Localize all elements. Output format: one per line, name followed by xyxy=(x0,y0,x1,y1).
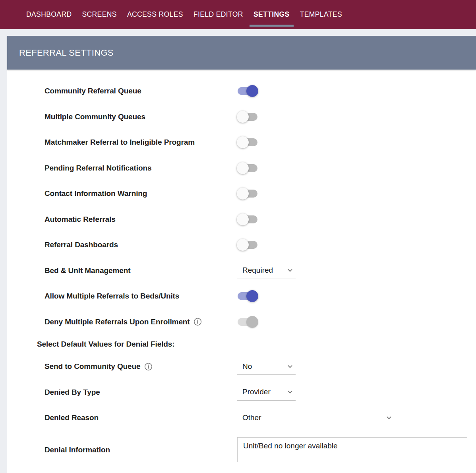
section-title: Select Default Values for Denial Fields: xyxy=(37,340,175,349)
select-value: Other xyxy=(242,413,261,422)
setting-row: Referral Dashboards xyxy=(7,232,476,258)
toggle-automatic-referrals[interactable] xyxy=(237,213,258,225)
setting-label: Deny Multiple Referrals Upon Enrollment xyxy=(45,318,202,326)
setting-row: Matchmaker Referral to Ineligible Progra… xyxy=(7,130,476,155)
toggle-knob xyxy=(237,136,249,148)
setting-row: Community Referral Queue xyxy=(7,78,476,104)
nav-tab-templates[interactable]: TEMPLATES xyxy=(295,10,347,19)
toggle-knob xyxy=(237,111,249,123)
settings-panel: Community Referral Queue Multiple Commun… xyxy=(7,70,476,473)
toggle-knob xyxy=(237,213,249,225)
nav-tab-field-editor[interactable]: FIELD EDITOR xyxy=(188,10,248,19)
toggle-knob xyxy=(237,239,249,251)
info-icon[interactable] xyxy=(144,363,153,371)
toggle-knob xyxy=(237,188,249,200)
page-title: REFERRAL SETTINGS xyxy=(19,48,114,58)
toggle-community-referral-queue[interactable] xyxy=(237,85,258,97)
select-value: Provider xyxy=(242,388,271,396)
select-send-to-community-queue[interactable]: No xyxy=(237,358,296,375)
setting-label: Denial Information xyxy=(45,446,110,454)
setting-row: Bed & Unit Management Required xyxy=(7,258,476,284)
nav-tab-settings[interactable]: SETTINGS xyxy=(248,10,295,19)
setting-row: Denied By Type Provider xyxy=(7,380,476,405)
denial-defaults-section: Select Default Values for Denial Fields: xyxy=(7,335,476,354)
setting-label-text: Deny Multiple Referrals Upon Enrollment xyxy=(45,318,190,326)
setting-row: Deny Multiple Referrals Upon Enrollment xyxy=(7,309,476,335)
setting-label: Pending Referral Notifications xyxy=(45,164,151,173)
setting-row: Contact Information Warning xyxy=(7,181,476,207)
referral-settings-header: REFERRAL SETTINGS xyxy=(7,36,476,70)
setting-label: Contact Information Warning xyxy=(45,189,147,198)
nav-tab-screens[interactable]: SCREENS xyxy=(77,10,122,19)
toggle-multiple-community-queues[interactable] xyxy=(237,111,258,123)
chevron-down-icon xyxy=(286,388,294,396)
top-navbar: DASHBOARD SCREENS ACCESS ROLES FIELD EDI… xyxy=(0,0,476,29)
setting-row: Automatic Referrals xyxy=(7,207,476,233)
setting-label: Denied By Type xyxy=(45,388,100,397)
setting-label: Community Referral Queue xyxy=(45,87,141,95)
select-value: Required xyxy=(242,266,273,275)
nav-tab-dashboard[interactable]: DASHBOARD xyxy=(21,10,77,19)
toggle-referral-dashboards[interactable] xyxy=(237,239,258,251)
setting-row: Allow Multiple Referrals to Beds/Units xyxy=(7,283,476,309)
setting-label: Referral Dashboards xyxy=(45,240,118,249)
select-denied-reason[interactable]: Other xyxy=(237,409,395,426)
toggle-knob xyxy=(237,162,249,174)
setting-label: Denied Reason xyxy=(45,413,99,422)
toggle-pending-referral-notifications[interactable] xyxy=(237,162,258,174)
setting-row: Denied Reason Other xyxy=(7,405,476,431)
chevron-down-icon xyxy=(286,266,294,274)
select-bed-unit-management[interactable]: Required xyxy=(237,262,296,279)
setting-row: Send to Community Queue No xyxy=(7,354,476,380)
setting-label-text: Send to Community Queue xyxy=(45,362,141,371)
toggle-knob xyxy=(246,290,258,302)
setting-label: Matchmaker Referral to Ineligible Progra… xyxy=(45,138,195,147)
toggle-knob xyxy=(246,85,258,97)
toggle-contact-information-warning[interactable] xyxy=(237,188,258,200)
toggle-matchmaker-referral-ineligible[interactable] xyxy=(237,136,258,148)
setting-label: Send to Community Queue xyxy=(45,362,153,371)
setting-label: Bed & Unit Management xyxy=(45,266,130,275)
setting-row: Multiple Community Queues xyxy=(7,104,476,130)
chevron-down-icon xyxy=(385,414,393,422)
setting-label: Allow Multiple Referrals to Beds/Units xyxy=(45,292,179,300)
toggle-deny-multiple-referrals-enrollment[interactable] xyxy=(237,316,258,328)
info-icon[interactable] xyxy=(193,318,202,326)
select-value: No xyxy=(242,362,252,371)
denial-information-input[interactable]: Unit/Bed no longer available xyxy=(237,437,467,462)
setting-row: Pending Referral Notifications xyxy=(7,155,476,181)
toggle-knob xyxy=(246,316,258,328)
nav-tab-access-roles[interactable]: ACCESS ROLES xyxy=(122,10,188,19)
select-denied-by-type[interactable]: Provider xyxy=(237,384,296,401)
setting-label: Automatic Referrals xyxy=(45,215,116,224)
chevron-down-icon xyxy=(286,363,294,370)
toggle-allow-multiple-referrals-beds-units[interactable] xyxy=(237,290,258,302)
setting-label: Multiple Community Queues xyxy=(45,112,145,121)
setting-row: Denial Information Unit/Bed no longer av… xyxy=(7,437,476,462)
